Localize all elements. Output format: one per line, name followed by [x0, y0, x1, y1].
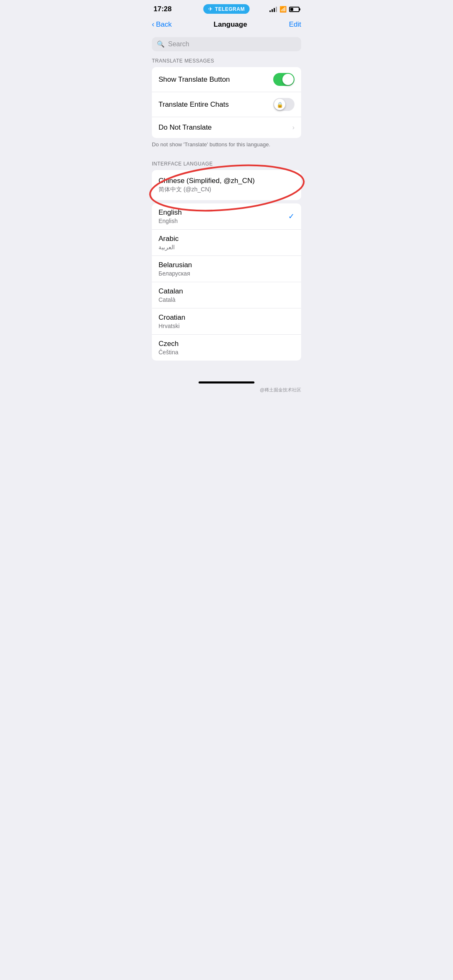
back-label: Back: [156, 20, 172, 29]
lang-sub-catalan: Català: [159, 296, 183, 303]
translate-messages-card: Show Translate Button Translate Entire C…: [152, 67, 301, 138]
chinese-language-main: Chinese (Simplified, @zh_CN): [159, 177, 294, 185]
telegram-badge-label: TELEGRAM: [215, 6, 244, 12]
translate-entire-chats-toggle[interactable]: 🔒: [273, 98, 294, 111]
status-bar: 17:28 ✈ TELEGRAM 📶: [145, 0, 308, 17]
interface-language-section-title: INTERFACE LANGUAGE: [145, 161, 308, 170]
wifi-icon: 📶: [279, 6, 287, 13]
watermark: @稀土掘金技术社区: [145, 387, 308, 396]
back-button[interactable]: ‹ Back: [152, 20, 172, 29]
do-not-translate-label: Do Not Translate: [159, 123, 212, 132]
translate-messages-section-title: TRANSLATE MESSAGES: [145, 58, 308, 67]
lang-main-czech: Czech: [159, 340, 179, 348]
lock-icon: 🔒: [277, 101, 283, 108]
language-list-card: English English ✓ Arabic العربية Belarus…: [152, 203, 301, 361]
translate-entire-chats-row[interactable]: Translate Entire Chats 🔒: [152, 92, 301, 117]
lang-sub-english: English: [159, 218, 182, 224]
language-row-catalan[interactable]: Catalan Català: [152, 282, 301, 308]
page-title: Language: [214, 20, 247, 29]
lang-sub-arabic: العربية: [159, 244, 179, 251]
navigation-bar: ‹ Back Language Edit: [145, 17, 308, 34]
chinese-language-card[interactable]: Chinese (Simplified, @zh_CN) 简体中文 (@zh_C…: [152, 170, 301, 200]
translate-footer: Do not show 'Translate' buttons for this…: [145, 138, 308, 158]
search-icon: 🔍: [157, 40, 165, 48]
edit-button[interactable]: Edit: [289, 20, 301, 29]
lang-sub-belarusian: Беларуская: [159, 270, 192, 277]
back-chevron-icon: ‹: [152, 20, 154, 29]
language-row-english[interactable]: English English ✓: [152, 203, 301, 230]
language-row-arabic[interactable]: Arabic العربية: [152, 230, 301, 256]
battery-icon: [289, 7, 299, 12]
language-row-belarusian[interactable]: Belarusian Беларуская: [152, 256, 301, 282]
chevron-right-icon: ›: [292, 124, 294, 131]
language-row-czech[interactable]: Czech Čeština: [152, 335, 301, 361]
status-time: 17:28: [154, 5, 171, 13]
chinese-language-sub: 简体中文 (@zh_CN): [159, 186, 294, 193]
lang-main-english: English: [159, 208, 182, 217]
translate-entire-chats-label: Translate Entire Chats: [159, 100, 229, 109]
show-translate-toggle[interactable]: [273, 73, 294, 86]
chinese-language-wrapper: Chinese (Simplified, @zh_CN) 简体中文 (@zh_C…: [152, 170, 301, 200]
checkmark-icon-english: ✓: [288, 212, 294, 221]
search-container: 🔍 Search: [145, 34, 308, 58]
lang-main-catalan: Catalan: [159, 287, 183, 296]
signal-bars: [269, 6, 277, 12]
language-row-croatian[interactable]: Croatian Hrvatski: [152, 308, 301, 335]
status-indicators: 📶: [269, 6, 299, 13]
search-placeholder: Search: [168, 40, 189, 48]
home-indicator: [199, 381, 254, 383]
search-bar[interactable]: 🔍 Search: [152, 37, 301, 51]
lang-main-arabic: Arabic: [159, 235, 179, 243]
lang-main-belarusian: Belarusian: [159, 261, 192, 269]
show-translate-label: Show Translate Button: [159, 75, 230, 84]
telegram-icon: ✈: [208, 6, 213, 12]
lang-sub-czech: Čeština: [159, 349, 179, 356]
lang-sub-croatian: Hrvatski: [159, 323, 185, 329]
lang-main-croatian: Croatian: [159, 313, 185, 322]
telegram-badge: ✈ TELEGRAM: [203, 4, 249, 14]
do-not-translate-row[interactable]: Do Not Translate ›: [152, 117, 301, 138]
show-translate-button-row[interactable]: Show Translate Button: [152, 67, 301, 92]
